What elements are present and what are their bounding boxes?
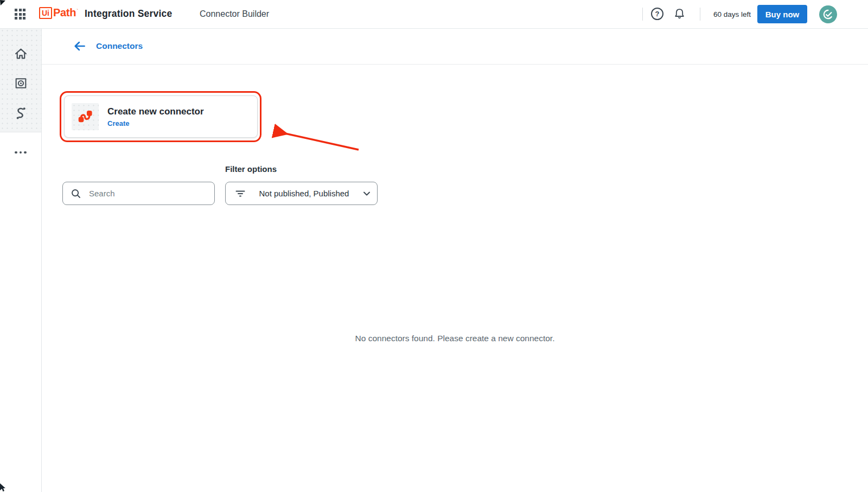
uipath-logo-path: Path (53, 7, 76, 19)
app-launcher-icon[interactable] (15, 9, 25, 20)
user-avatar[interactable] (819, 5, 837, 23)
notifications-bell-icon[interactable] (673, 8, 686, 20)
help-glyph: ? (655, 10, 660, 18)
create-new-connector-card[interactable]: Create new connector Create (64, 95, 258, 138)
top-bar: Ui Path ` Integration Service Connector … (0, 0, 868, 29)
help-icon[interactable]: ? (651, 8, 663, 20)
annotation-arrow (266, 122, 366, 157)
home-icon (14, 47, 28, 61)
filter-options-label: Filter options (225, 164, 277, 174)
uipath-logo-trademark: ` (76, 8, 78, 14)
uipath-logo[interactable]: Ui Path ` (39, 7, 78, 19)
product-name: Integration Service (85, 8, 172, 20)
sidebar-module-section (0, 28, 41, 132)
left-sidebar (0, 28, 42, 492)
scene-target-icon (14, 76, 28, 91)
sidebar-item-integration-service[interactable] (0, 101, 41, 125)
buy-now-button[interactable]: Buy now (757, 5, 807, 23)
filter-lines-icon (234, 188, 246, 200)
connector-icon-tile (72, 103, 99, 130)
status-filter-dropdown[interactable]: Not published, Published (225, 182, 378, 205)
chevron-down-icon (362, 189, 372, 199)
page-title: Connector Builder (200, 9, 269, 19)
topbar-divider (700, 8, 700, 21)
integration-s-icon (14, 106, 28, 120)
header-divider (42, 64, 868, 65)
create-card-text: Create new connector Create (107, 106, 204, 127)
back-button[interactable] (72, 39, 87, 54)
status-filter-value: Not published, Published (246, 189, 362, 198)
arrow-left-icon (72, 39, 87, 54)
sidebar-item-automations[interactable] (0, 71, 41, 95)
connector-cable-icon (76, 108, 94, 125)
trial-days-left: 60 days left (709, 0, 751, 28)
ellipsis-icon (15, 151, 17, 154)
search-input[interactable] (88, 188, 204, 199)
app-window: Ui Path ` Integration Service Connector … (0, 0, 868, 492)
sidebar-item-home[interactable] (0, 42, 41, 66)
search-box (62, 182, 215, 205)
empty-state-message: No connectors found. Please create a new… (42, 334, 868, 343)
topbar-divider (642, 8, 643, 21)
create-link[interactable]: Create (107, 119, 204, 127)
sidebar-item-more[interactable] (0, 143, 41, 162)
mouse-cursor-artifact (0, 483, 7, 492)
search-icon (71, 188, 81, 199)
screenshot-corner-artifact (0, 0, 7, 7)
create-card-title: Create new connector (107, 106, 204, 117)
uipath-logo-ui: Ui (39, 7, 52, 19)
breadcrumb-connectors-link[interactable]: Connectors (96, 41, 143, 51)
